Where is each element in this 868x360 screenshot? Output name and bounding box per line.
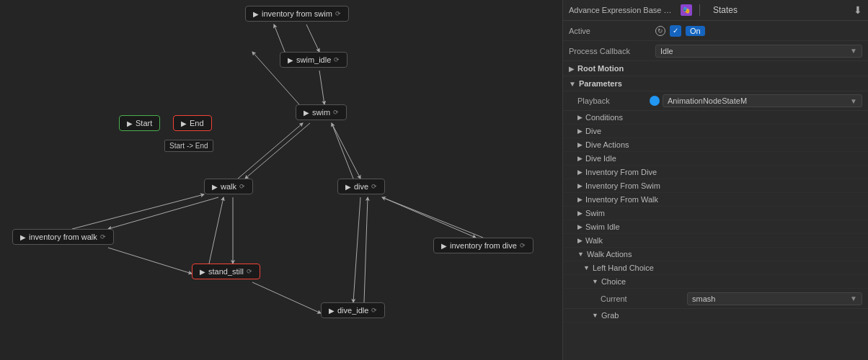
loop-icon: ⟳	[371, 183, 377, 190]
chevron-down-icon: ▼	[569, 80, 576, 88]
loop-icon: ⟳	[333, 109, 339, 116]
chevron-right-icon: ▶	[569, 65, 575, 73]
walk-actions-label: Walk Actions	[587, 250, 632, 258]
svg-line-16	[72, 194, 204, 229]
current-row: Current smash ▼	[563, 289, 868, 309]
process-callback-dropdown[interactable]: Idle ▼	[655, 45, 862, 58]
playback-label: Playback	[577, 96, 650, 105]
svg-line-6	[382, 197, 476, 238]
node-label: End	[190, 119, 204, 127]
root-motion-label: Root Motion	[577, 64, 624, 73]
start-end-tooltip: Start -> End	[164, 140, 213, 152]
chevron-down-icon: ▼	[850, 97, 857, 105]
node-label: dive_idle	[337, 306, 368, 315]
chevron-right-icon: ▶	[577, 196, 583, 203]
canvas-area[interactable]: ▶ inventory from swim ⟳ ▶ swim_idle ⟳ ▶ …	[0, 0, 562, 360]
dive-actions-label: Dive Actions	[585, 140, 629, 149]
node-dive[interactable]: ▶ dive ⟳	[337, 179, 385, 194]
node-label: stand_still	[208, 267, 244, 276]
play-icon: ▶	[212, 183, 218, 191]
dive-actions-item[interactable]: ▶ Dive Actions	[563, 138, 868, 152]
svg-line-1	[319, 71, 324, 104]
grab-label: Grab	[601, 311, 619, 320]
svg-line-11	[364, 197, 368, 302]
node-label: inventory from swim	[262, 9, 332, 18]
panel-title: Advance Expression Base No...	[569, 6, 676, 14]
right-panel: Advance Expression Base No... 🎭 States ⬇…	[562, 0, 868, 360]
chevron-down-icon: ▼	[592, 278, 598, 285]
choice-label: Choice	[601, 277, 626, 286]
walk-item[interactable]: ▶ Walk	[563, 234, 868, 248]
swim-label: Swim	[585, 209, 605, 217]
node-inventory-swim[interactable]: ▶ inventory from swim ⟳	[245, 6, 349, 22]
current-dropdown[interactable]: smash ▼	[687, 292, 862, 305]
left-hand-choice-item[interactable]: ▼ Left Hand Choice	[563, 261, 868, 275]
svg-line-10	[252, 282, 321, 313]
swim-idle-item[interactable]: ▶ Swim Idle	[563, 220, 868, 234]
active-value: ↻ ✓ On	[655, 25, 862, 37]
play-icon: ▶	[288, 56, 293, 64]
process-callback-value: Idle ▼	[655, 45, 862, 58]
node-label: swim_idle	[296, 55, 331, 64]
node-swim-idle[interactable]: ▶ swim_idle ⟳	[280, 52, 347, 68]
svg-line-2	[245, 123, 310, 179]
node-end[interactable]: ▶ End	[173, 115, 212, 131]
svg-line-7	[353, 197, 360, 302]
chevron-down-icon: ▼	[583, 264, 590, 271]
current-value: smash ▼	[687, 292, 862, 305]
node-dive-idle[interactable]: ▶ dive_idle ⟳	[321, 302, 385, 318]
chevron-right-icon: ▶	[577, 114, 583, 121]
dive-idle-label: Dive Idle	[585, 154, 616, 163]
toggle-checkbox[interactable]: ✓	[670, 25, 681, 37]
active-row: Active ↻ ✓ On	[563, 21, 868, 41]
walk-actions-item[interactable]: ▼ Walk Actions	[563, 248, 868, 261]
node-label: inventory from dive	[450, 241, 517, 250]
svg-line-17	[382, 197, 483, 238]
playback-dropdown[interactable]: AnimationNodeStateM ▼	[663, 94, 862, 107]
chevron-right-icon: ▶	[577, 223, 583, 230]
grab-item[interactable]: ▼ Grab	[563, 309, 868, 323]
inventory-from-swim-item[interactable]: ▶ Inventory From Swim	[563, 179, 868, 193]
panel-header: Advance Expression Base No... 🎭 States ⬇	[563, 0, 868, 21]
play-icon: ▶	[329, 307, 335, 315]
inventory-from-dive-item[interactable]: ▶ Inventory From Dive	[563, 166, 868, 179]
play-icon: ▶	[200, 268, 205, 276]
dive-item[interactable]: ▶ Dive	[563, 125, 868, 138]
node-swim[interactable]: ▶ swim ⟳	[296, 104, 347, 120]
root-motion-section[interactable]: ▶ Root Motion	[563, 61, 868, 76]
node-label: walk	[221, 182, 236, 191]
inventory-from-walk-item[interactable]: ▶ Inventory From Walk	[563, 193, 868, 207]
chevron-down-icon: ▼	[592, 312, 598, 319]
dive-idle-item[interactable]: ▶ Dive Idle	[563, 152, 868, 166]
chevron-right-icon: ▶	[577, 155, 583, 162]
playback-value: AnimationNodeStateM ▼	[650, 94, 862, 107]
loop-icon: ⟳	[520, 242, 526, 249]
loop-icon: ⟳	[247, 268, 252, 275]
chevron-right-icon: ▶	[577, 141, 583, 148]
process-callback-label: Process Callback	[569, 47, 655, 55]
toggle-on-label: On	[686, 26, 705, 36]
loop-icon: ⟳	[335, 10, 341, 17]
choice-item[interactable]: ▼ Choice	[563, 275, 868, 289]
panel-scroll[interactable]: Active ↻ ✓ On Process Callback Idle ▼ ▶	[563, 21, 868, 360]
node-inventory-walk[interactable]: ▶ inventory from walk ⟳	[12, 229, 114, 245]
playback-row: Playback AnimationNodeStateM ▼	[563, 91, 868, 111]
chevron-down-icon: ▼	[577, 251, 584, 258]
process-callback-text: Idle	[660, 47, 673, 55]
refresh-icon[interactable]: ↻	[655, 26, 665, 36]
swim-item[interactable]: ▶ Swim	[563, 207, 868, 220]
node-label: dive	[354, 182, 368, 191]
play-icon: ▶	[304, 109, 309, 117]
parameters-section[interactable]: ▼ Parameters	[563, 76, 868, 91]
chevron-right-icon: ▶	[577, 237, 583, 244]
node-walk[interactable]: ▶ walk ⟳	[204, 179, 253, 194]
node-start[interactable]: ▶ Start	[119, 115, 160, 131]
download-icon[interactable]: ⬇	[854, 4, 862, 16]
svg-line-0	[306, 24, 319, 52]
node-state-icon	[650, 96, 660, 106]
inventory-from-walk-label: Inventory From Walk	[585, 195, 658, 204]
conditions-item[interactable]: ▶ Conditions	[563, 111, 868, 125]
node-stand-still[interactable]: ▶ stand_still ⟳	[192, 264, 260, 279]
svg-line-3	[332, 123, 360, 179]
node-inventory-dive[interactable]: ▶ inventory from dive ⟳	[433, 238, 533, 253]
